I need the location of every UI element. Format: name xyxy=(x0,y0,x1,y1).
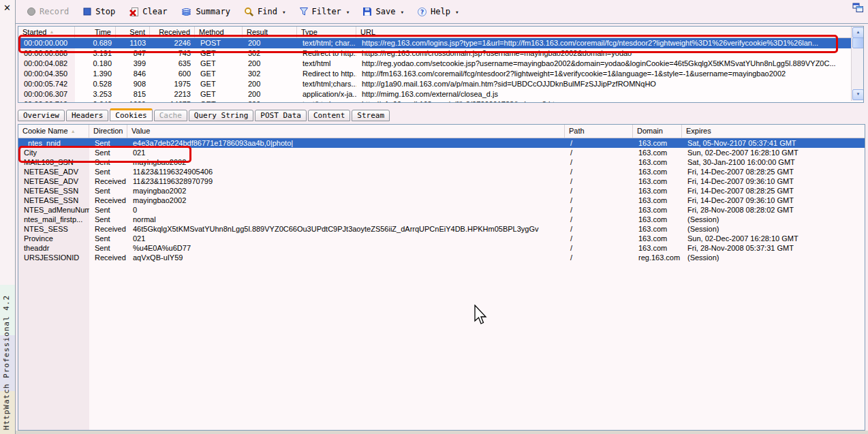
cookies-header: Cookie Name▲DirectionValuePathDomainExpi… xyxy=(18,125,865,138)
cascade-windows-icon[interactable] xyxy=(852,3,864,14)
request-list-scrollbar[interactable]: ▲ ▼ xyxy=(851,27,863,101)
scrollbar-thumb[interactable] xyxy=(852,37,864,48)
cookie-cell-path: / xyxy=(565,215,633,224)
cookie-col-label-domain: Domain xyxy=(637,125,663,138)
bottom-strip xyxy=(16,431,868,434)
request-cell-started: 00:00:00.888 xyxy=(18,48,75,59)
request-row[interactable]: 00:00:04.3501.390846600GET302Redirect to… xyxy=(18,69,863,79)
request-row[interactable]: 00:00:04.0820.180399635GET200text/htmlht… xyxy=(18,59,863,69)
request-col-started[interactable]: Started▲ xyxy=(18,27,75,37)
cookie-cell-path: / xyxy=(565,243,633,253)
tab-overview[interactable]: Overview xyxy=(18,110,65,121)
request-cell-url: http://mimg.163.com/external/closea_d.js xyxy=(356,89,863,99)
cookie-cell-name: City xyxy=(18,148,89,157)
request-cell-time: 0.689 xyxy=(75,38,116,48)
tab-content[interactable]: Content xyxy=(308,110,350,121)
request-col-result[interactable]: Result xyxy=(243,27,297,37)
cookie-col-path[interactable]: Path xyxy=(565,125,633,138)
request-col-time[interactable]: Time xyxy=(75,27,116,37)
request-row[interactable]: 00:00:09.7100.640100014675GET200text/htm… xyxy=(18,99,863,103)
cookie-cell-direction: Received xyxy=(89,253,127,262)
request-col-type[interactable]: Type xyxy=(297,27,356,37)
close-icon[interactable]: ✕ xyxy=(3,3,11,13)
request-cell-result: 200 xyxy=(243,38,297,48)
cookie-col-name[interactable]: Cookie Name▲ xyxy=(18,125,89,138)
help-button[interactable]: ?Help▼ xyxy=(412,5,464,19)
cookie-row[interactable]: ProvinceSent021/163.comSun, 02-Dec-2007 … xyxy=(18,234,865,243)
stop-button[interactable]: Stop xyxy=(77,5,121,18)
sort-asc-icon: ▲ xyxy=(71,128,76,135)
request-row[interactable]: 00:00:06.3073.2538152213GET200applicatio… xyxy=(18,89,863,99)
cookie-row[interactable]: NTES_adMenuNumSent0/163.comFri, 28-Nov-2… xyxy=(18,205,865,215)
cookie-cell-direction: Sent xyxy=(89,205,127,215)
find-button[interactable]: Find▼ xyxy=(238,5,291,19)
cookie-col-direction[interactable]: Direction xyxy=(89,125,127,138)
request-cell-received: 2213 xyxy=(150,89,195,99)
request-row[interactable]: 00:00:05.7420.5289081975GET200text/html;… xyxy=(18,79,863,89)
request-col-sent[interactable]: Sent xyxy=(116,27,150,37)
cookie-cell-value: 021 xyxy=(127,148,565,157)
request-row[interactable]: 00:00:00.0000.68911032246POST200text/htm… xyxy=(18,38,863,48)
scroll-down-icon[interactable]: ▼ xyxy=(852,89,864,100)
cookie-col-domain[interactable]: Domain xyxy=(633,125,682,138)
request-cell-type: Redirect to http... xyxy=(297,48,356,59)
cookie-cell-path: / xyxy=(565,196,633,205)
filter-button[interactable]: Filter▼ xyxy=(294,5,355,18)
cookie-col-expires[interactable]: Expires xyxy=(682,125,865,138)
request-cell-method: GET xyxy=(195,69,243,79)
request-cell-started: 00:00:05.742 xyxy=(18,79,75,89)
tab-cookies[interactable]: Cookies xyxy=(110,108,152,121)
cookie-cell-direction: Received xyxy=(89,224,127,234)
tab-stream[interactable]: Stream xyxy=(352,110,390,121)
cookie-cell-path: / xyxy=(565,138,633,148)
cookie-row[interactable]: NETEASE_ADVReceived11&23&1196328970799/1… xyxy=(18,176,865,186)
request-cell-type: Redirect to http... xyxy=(297,69,356,79)
cookie-cell-direction: Sent xyxy=(89,167,127,176)
tab-headers[interactable]: Headers xyxy=(66,110,108,121)
tab-query-string[interactable]: Query String xyxy=(189,110,253,121)
request-cell-result: 200 xyxy=(243,89,297,99)
filter-icon xyxy=(299,7,309,16)
cookie-row[interactable]: theaddrSent%u4E0A%u6D77/163.comFri, 28-N… xyxy=(18,243,865,253)
request-cell-url: http://fm163.163.com/coremail/fcg/ntesdo… xyxy=(356,69,863,79)
cookie-row[interactable]: ntes_mail_firstp...Sentnormal/163.com(Se… xyxy=(18,215,865,224)
save-button[interactable]: Save▼ xyxy=(357,5,409,18)
find-dropdown-icon[interactable]: ▼ xyxy=(283,10,285,14)
cookie-cell-domain: 163.com xyxy=(633,157,682,167)
clear-button[interactable]: Clear xyxy=(123,5,172,19)
cookie-col-value[interactable]: Value xyxy=(127,125,565,138)
cookie-cell-value: 11&23&1196324905406 xyxy=(127,167,565,176)
request-col-url[interactable]: URL xyxy=(356,27,863,37)
request-col-method[interactable]: Method xyxy=(195,27,243,37)
cookie-col-label-name: Cookie Name xyxy=(22,125,68,138)
cookie-cell-expires: Fri, 14-Dec-2007 08:28:25 GMT xyxy=(682,167,865,176)
cookie-cell-name: _ntes_nnid xyxy=(18,138,89,148)
cookie-row[interactable]: CitySent021/163.comSun, 02-Dec-2007 16:2… xyxy=(18,148,865,157)
tab-post-data[interactable]: POST Data xyxy=(255,110,307,121)
cookie-row[interactable]: MAIL163_SSNSentmayingbao2002/163.comSat,… xyxy=(18,157,865,167)
cookie-row[interactable]: NETEASE_SSNReceivedmayingbao2002/163.com… xyxy=(18,196,865,205)
cookie-row[interactable]: NTES_SESSReceived46t5GkqlgX5tKMSvatYUhn8… xyxy=(18,224,865,234)
cookie-row[interactable]: _ntes_nnidSente4e3a7deb224bdf86771e17860… xyxy=(18,138,865,148)
request-col-received[interactable]: Received xyxy=(150,27,195,37)
filter-label: Filter xyxy=(312,7,341,16)
detail-tabbar: OverviewHeadersCookiesCacheQuery StringP… xyxy=(18,108,390,121)
save-label: Save xyxy=(375,7,395,16)
cookie-cell-expires: Sat, 05-Nov-2107 05:37:41 GMT xyxy=(682,138,865,148)
cookie-row[interactable]: NETEASE_ADVSent11&23&1196324905406/163.c… xyxy=(18,167,865,176)
request-row[interactable]: 00:00:00.8883.191847743GET302Redirect to… xyxy=(18,48,863,59)
request-col-label-time: Time xyxy=(95,27,111,37)
help-dropdown-icon[interactable]: ▼ xyxy=(456,10,459,14)
scroll-up-icon[interactable]: ▲ xyxy=(852,27,864,38)
request-cell-time: 3.191 xyxy=(75,48,116,59)
cookie-row[interactable]: URSJESSIONIDReceivedaqVxQB-uIY59/reg.163… xyxy=(18,253,865,262)
request-cell-result: 200 xyxy=(243,59,297,69)
cookie-cell-expires: (Session) xyxy=(682,253,865,262)
cookie-row[interactable]: NETEASE_SSNSentmayingbao2002/163.comFri,… xyxy=(18,186,865,196)
request-list-panel: Started▲TimeSentReceivedMethodResultType… xyxy=(18,26,864,103)
summary-button[interactable]: Summary xyxy=(175,5,236,19)
clear-label: Clear xyxy=(142,7,167,16)
save-dropdown-icon[interactable]: ▼ xyxy=(401,10,403,14)
filter-dropdown-icon[interactable]: ▼ xyxy=(347,10,350,14)
request-col-label-type: Type xyxy=(301,27,317,37)
